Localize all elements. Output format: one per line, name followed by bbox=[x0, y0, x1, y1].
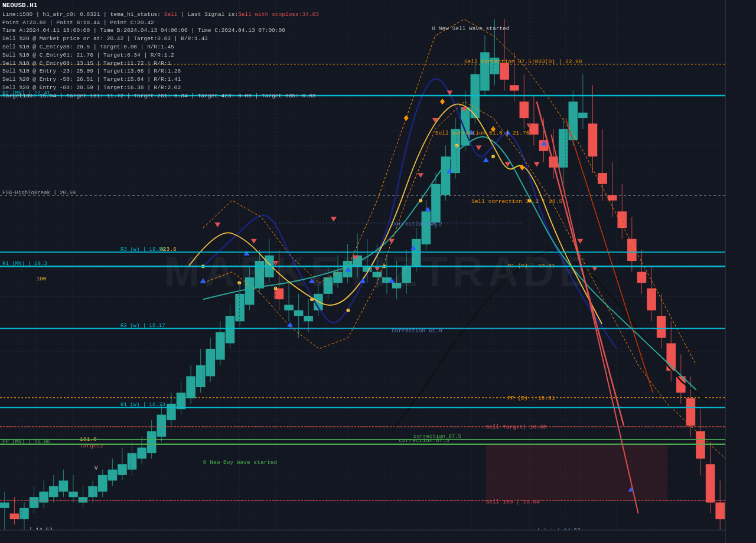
time-axis bbox=[0, 530, 725, 543]
chart-container: MARKETIZTRADE NEOUSD.H1 Line:1580 | h1_a… bbox=[0, 0, 756, 543]
main-chart-canvas bbox=[0, 0, 756, 543]
price-axis bbox=[725, 0, 756, 543]
